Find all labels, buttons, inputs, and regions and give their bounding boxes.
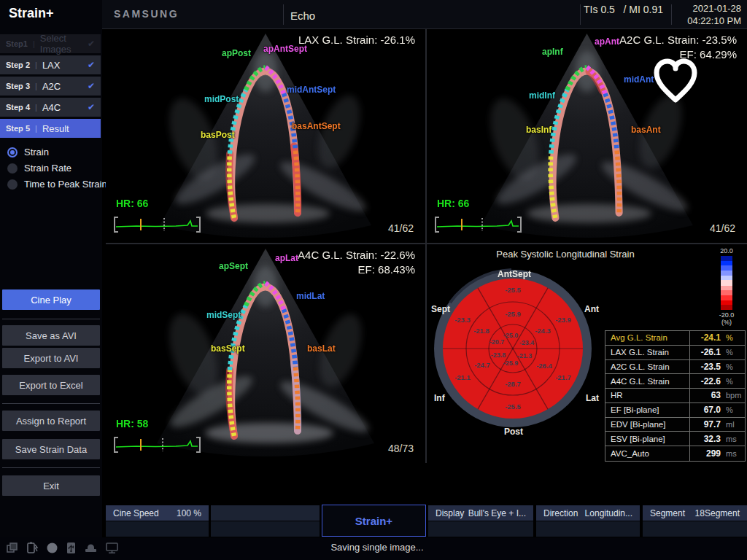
empty-cell [536, 521, 640, 537]
divider [2, 403, 100, 404]
step-item-a4c[interactable]: Step 4|A4C✔ [0, 98, 101, 117]
check-icon: ✔ [88, 81, 95, 91]
table-row-hr: HR63bpm [605, 389, 745, 403]
segment-label-apant: apAnt [595, 36, 619, 47]
app-window: Strain+ Step1|Select Images✔Step 2|LAX✔S… [0, 0, 747, 560]
region-label-lat: Lat [586, 393, 599, 403]
frame-counter: 48/73 [388, 443, 414, 454]
segment-label-baslat: basLat [307, 343, 336, 354]
segment-label-basant: basAnt [631, 125, 661, 135]
preset-label: Echo [290, 9, 315, 22]
strain-value-mid-lat: -26.4 [536, 362, 552, 370]
empty-cell [428, 521, 533, 537]
a2c-view: A2C G.L. Strain: -23.5% EF: 64.29% apInf… [427, 29, 747, 243]
strain-value-basal-sept: -23.3 [454, 316, 471, 324]
radio-icon [7, 163, 18, 174]
strain-value-mid-sept: -21.8 [473, 327, 489, 335]
region-label-ant: Ant [584, 304, 599, 314]
cine-speed-control[interactable]: Cine Speed 100 % [106, 505, 209, 521]
save-strain-data-button[interactable]: Save Strain Data [2, 439, 100, 459]
battery-charging-icon [26, 542, 39, 554]
image-viewport: LAX G.L. Strain: -26.1% apPostapAntSeptm… [106, 29, 747, 463]
step-item-select-images[interactable]: Step1|Select Images✔ [0, 34, 101, 53]
layers-icon [6, 542, 18, 554]
divider [283, 4, 284, 25]
monitor-icon [105, 542, 119, 554]
table-row-lax-g-l-strain: LAX G.L. Strain-26.1% [605, 346, 745, 360]
check-icon: ✔ [88, 39, 95, 49]
check-icon: ✔ [88, 102, 95, 112]
radio-icon [7, 179, 18, 190]
segment-label-apantsept: apAntSept [263, 44, 307, 54]
segment-label-midlat: midLat [296, 291, 325, 301]
divider [671, 4, 672, 25]
mode-radio-strain[interactable]: Strain [7, 147, 49, 158]
save-as-avi-button[interactable]: Save as AVI [2, 325, 100, 346]
region-label-antsept: AntSept [498, 269, 531, 279]
date-value: 2021-01-28 [693, 3, 742, 14]
segment-control[interactable]: Segment18Segment [643, 505, 747, 521]
ecg-trace [433, 215, 524, 234]
segment-label-basantsept: basAntSept [292, 121, 341, 131]
a4c-ef-readout: EF: 68.43% [358, 263, 415, 276]
step-item-a2c[interactable]: Step 3|A2C✔ [0, 77, 101, 96]
display-control[interactable]: DisplayBull's Eye + I... [428, 505, 533, 521]
strain-plus-button[interactable]: Strain+ [322, 505, 426, 537]
segment-label-apsept: apSept [219, 261, 248, 271]
status-icons [6, 542, 119, 554]
measurement-table: Avg G.L. Strain-24.1%LAX G.L. Strain-26.… [605, 330, 746, 462]
export-to-excel-button[interactable]: Export to Excel [2, 375, 100, 395]
region-label-sept: Sept [431, 304, 450, 314]
bullseye-view: Peak Systolic Longitudinal Strain -25.5-… [427, 244, 747, 463]
a2c-strain-readout: A2C G.L. Strain: -23.5% [619, 34, 737, 46]
table-row-a2c-g-l-strain: A2C G.L. Strain-23.5% [605, 360, 745, 375]
segment-label-midinf: midInf [529, 90, 555, 101]
strain-value-apical-inf: -23.8 [491, 351, 506, 359]
exit-button[interactable]: Exit [2, 475, 100, 496]
mode-radio-time-to-peak-strain[interactable]: Time to Peak Strain [7, 179, 107, 190]
empty-cell [211, 505, 320, 521]
heart-rate: HR: 66 [437, 198, 469, 209]
empty-cell [211, 521, 320, 537]
record-icon [46, 542, 58, 554]
lax-view: LAX G.L. Strain: -26.1% apPostapAntSeptm… [106, 29, 425, 243]
cine-play-button[interactable]: Cine Play [2, 289, 100, 310]
heart-rate: HR: 58 [116, 418, 148, 429]
table-row-avc-auto: AVC_Auto299ms [605, 446, 745, 461]
time-value: 04:22:10 PM [687, 15, 741, 26]
empty-cell [643, 521, 747, 537]
region-label-post: Post [504, 427, 523, 437]
a4c-ultrasound-image [106, 244, 425, 463]
ti-value: TIs 0.5 [584, 4, 615, 15]
mode-radio-strain-rate[interactable]: Strain Rate [7, 163, 71, 174]
strain-value-mid-ant: -24.3 [535, 327, 551, 335]
app-title: Strain+ [9, 6, 54, 21]
heart-cursor-icon [651, 58, 700, 104]
segment-label-baspost: basPost [201, 130, 235, 140]
strain-value-mid-antsept: -25.9 [505, 310, 521, 318]
ecg-trace [112, 435, 203, 454]
empty-cell [106, 521, 209, 537]
sidebar: Strain+ Step1|Select Images✔Step 2|LAX✔S… [0, 0, 102, 560]
divider [2, 467, 100, 468]
scale-min: -20.0 [713, 311, 740, 319]
export-to-avi-button[interactable]: Export to AVI [2, 348, 100, 368]
mi-value: / MI 0.91 [624, 4, 663, 15]
step-item-lax[interactable]: Step 2|LAX✔ [0, 55, 101, 74]
table-row-ef-bi-plane-: EF [Bi-plane]67.0% [605, 403, 745, 418]
table-row-avg-g-l-strain: Avg G.L. Strain-24.1% [605, 331, 745, 346]
step-item-result[interactable]: Step 5|Result [0, 119, 101, 138]
table-row-edv-bi-plane-: EDV [Bi-plane]97.7ml [605, 418, 745, 432]
strain-value-apical-ant: -23.4 [519, 339, 535, 346]
samsung-logo: SAMSUNG [114, 8, 179, 20]
radio-icon [7, 147, 18, 158]
status-bar: Saving single image... [0, 537, 747, 560]
heart-rate: HR: 66 [116, 198, 148, 209]
strain-value-basal-antsept: -25.5 [505, 286, 521, 294]
ecg-trace [112, 215, 203, 234]
direction-control[interactable]: DirectionLongitudin... [536, 505, 640, 521]
strain-value-apical-antsept: -25.0 [503, 332, 519, 339]
assign-to-report-button[interactable]: Assign to Report [2, 411, 100, 431]
ti-mi-readout: TIs 0.5 / MI 0.91 [584, 4, 663, 15]
segment-label-bassept: basSept [211, 343, 245, 354]
